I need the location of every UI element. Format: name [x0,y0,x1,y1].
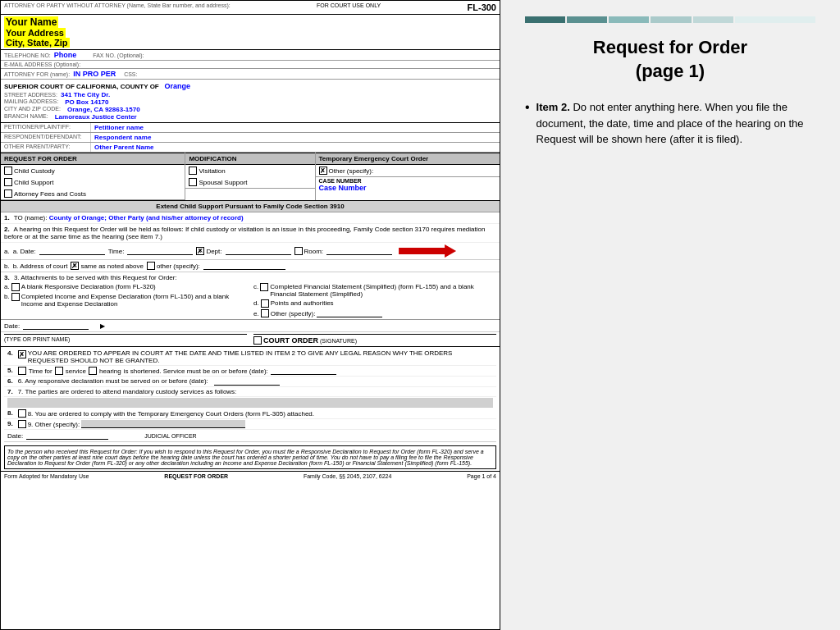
signature-box: COURT ORDER (SIGNATURE) [253,334,496,345]
signature-row: (TYPE OR PRINT NAME) COURT ORDER (SIGNAT… [1,332,500,347]
street-value: 341 The City Dr. [61,91,110,98]
checkboxes-col1: Child Custody Child Support Attorney Fee… [1,165,185,200]
temp-emergency-header: Temporary Emergency Court Order [316,153,500,165]
date2-input[interactable] [23,322,89,330]
hearing-checkbox[interactable] [89,367,97,375]
other-value: Other Parent Name [91,143,157,152]
other-label: OTHER PARENT/PARTY: [1,143,91,152]
dept-input[interactable] [226,247,291,255]
attach-d-checkbox[interactable] [261,299,269,308]
county-value: Orange [165,82,191,90]
item4: 4. ✗ YOU ARE ORDERED TO APPEAR IN COURT … [4,349,496,366]
attach-d: d. Points and authorities [253,299,496,308]
spousal-support-checkbox[interactable] [189,178,197,186]
address-label-b: b. [4,262,10,270]
date-label: a. Date: [13,248,36,255]
attach-a-checkbox[interactable] [11,283,20,291]
item4-checkbox[interactable]: ✗ [18,350,26,358]
respondent-row: RESPONDENT/DEFENDANT: Respondent name [1,133,500,143]
attorney-fees-checkbox[interactable] [4,189,12,198]
item1: 1. TO (name): County of Orange; Other Pa… [1,212,500,224]
visitation-checkbox[interactable] [189,167,197,175]
child-support-checkbox[interactable] [4,178,12,186]
signature-label: (SIGNATURE) [320,338,357,344]
item9-checkbox[interactable] [18,420,26,428]
date-label2: Date: [4,322,20,330]
attorney-fees-item: Attorney Fees and Costs [4,189,103,198]
mailing-value: PO Box 14170 [65,98,108,106]
attach-e: e. Other (specify): [253,309,496,317]
room-label: Room: [304,248,324,255]
item7: 7. 7. The parties are ordered to attend … [4,387,496,397]
bullet-text: Item 2. Do not enter anything here. When… [536,99,815,148]
item5-date-input[interactable] [271,367,336,375]
other-specify-b-input[interactable] [203,262,285,270]
time-input[interactable] [127,247,193,255]
respondent-value: Respondent name [91,133,154,142]
form-number: FL-300 [468,2,496,12]
child-custody-checkbox[interactable] [4,167,12,175]
attorney-address: Your Address [4,28,66,38]
petitioner-value: Petitioner name [91,123,147,132]
item1-number: 1. [4,214,10,221]
court-order-checkbox[interactable] [253,336,262,345]
item8-checkbox[interactable] [18,409,26,418]
teal-bar-1 [525,16,565,23]
other-specify-item: ✗ Other (specify): [319,167,374,175]
court-section: SUPERIOR COURT OF CALIFORNIA, COUNTY OF … [1,80,500,123]
branch-value: Lamoreaux Justice Center [55,113,137,121]
attorney-for-value: IN PRO PER [73,70,116,78]
page-num: Page 1 of 4 [467,473,496,479]
type-print-box: (TYPE OR PRINT NAME) [4,334,247,345]
other-specify-b-group: other (specify): [147,262,200,270]
attach-c-checkbox[interactable] [260,283,268,291]
attach-b-checkbox[interactable] [11,293,20,301]
teal-bar-2 [567,16,607,23]
item7-line [7,398,493,408]
attachments-cols: a. A blank Responsive Declaration (form … [4,281,496,317]
item5-time-checkbox[interactable] [18,367,26,375]
item1-text: TO (name): [14,214,48,221]
item6: 6. 6. Any responsive declaration must be… [4,377,496,387]
modification-header: MODIFICATION [185,153,314,165]
date-sign-row: Date: ▶ [1,320,500,332]
item3: 3. 3. Attachments to be served with this… [1,272,500,320]
date-label-a: a. [4,248,10,255]
attach-c: c. Completed Financial Statement (Simpli… [253,283,496,298]
spousal-support-item: Spousal Support [189,178,287,186]
same-as-text: same as noted above [80,262,144,270]
room-input[interactable] [326,247,392,255]
city-zip-value: Orange, CA 92863-1570 [67,106,140,113]
court-order-title-inline: COURT ORDER [263,336,318,345]
superior-court-label: SUPERIOR COURT OF CALIFORNIA, COUNTY OF [4,83,159,90]
dept-checkbox[interactable]: ✗ [196,247,204,255]
mailing-label: MAILING ADDRESS: [4,98,58,106]
date3-input[interactable] [26,431,108,440]
attach-e-checkbox[interactable] [261,309,269,317]
attorney-for-label: ATTORNEY FOR (name): [4,71,70,77]
address-row: b. b. Address of court ✗ same as noted a… [1,260,500,272]
room-checkbox[interactable] [294,247,303,255]
other-specify-b-checkbox[interactable] [147,262,155,270]
item-text: Do not enter anything here. When you fil… [536,101,804,145]
attach-e-input[interactable] [317,309,382,317]
item6-date-input[interactable] [214,377,280,386]
teal-bar-6 [735,16,815,23]
address-label: b. Address of court [13,262,68,270]
service-checkbox[interactable] [55,367,63,375]
form-adopted: Form Adopted for Mandatory Use [4,473,89,479]
form-panel: ATTORNEY OR PARTY WITHOUT ATTORNEY (Name… [0,0,500,630]
bullet-item-1: • Item 2. Do not enter anything here. Wh… [525,99,815,148]
item3-text: 3. Attachments to be served with this Re… [14,274,177,281]
item9-input[interactable] [81,420,245,428]
city-zip-label: CITY AND ZIP CODE: [4,106,61,113]
attorney-name: Your Name [4,16,58,28]
same-as-checkbox[interactable]: ✗ [71,262,79,270]
form-header: ATTORNEY OR PARTY WITHOUT ATTORNEY (Name… [1,1,500,15]
petitioner-label: PETITIONER/PLAINTIFF: [1,123,91,132]
other-specify-checkbox[interactable]: ✗ [319,167,327,175]
date-input[interactable] [39,247,105,255]
family-code: Family Code, §§ 2045, 2107, 6224 [304,473,391,479]
telephone-value: Phone [54,51,77,59]
item1-value: County of Orange; Other Party (and his/h… [49,214,244,221]
